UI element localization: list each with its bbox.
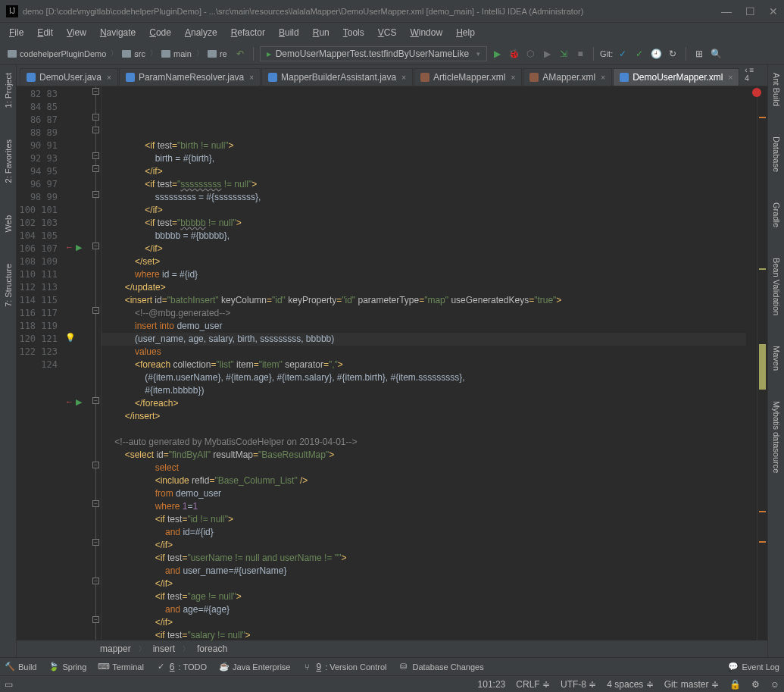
error-stripe[interactable]: [757, 86, 767, 640]
fold-toggle[interactable]: −: [92, 114, 99, 121]
coverage-button[interactable]: ⬡: [523, 47, 537, 61]
close-button[interactable]: ✕: [769, 5, 778, 17]
gutter-arrow-red[interactable]: ←: [65, 243, 73, 252]
vcs-revert-icon[interactable]: ↻: [666, 47, 679, 61]
tool-window-tab[interactable]: 2: Favorites: [2, 135, 14, 187]
gutter-arrow-red[interactable]: ←: [65, 397, 73, 406]
tool-window-button[interactable]: ⌨Terminal: [98, 662, 144, 672]
tool-window-tab[interactable]: Mybatis datasource: [770, 396, 782, 478]
editor-tab[interactable]: MapperBuilderAssistant.java×: [261, 68, 413, 86]
fold-toggle[interactable]: −: [92, 88, 99, 95]
editor-tab[interactable]: DemoUser.java×: [20, 68, 118, 86]
menu-window[interactable]: Window: [404, 25, 448, 40]
menu-build[interactable]: Build: [273, 25, 305, 40]
debug-button[interactable]: 🐞: [507, 47, 520, 61]
profile-button[interactable]: ▶: [540, 47, 554, 61]
tool-window-button[interactable]: ☕Java Enterprise: [219, 662, 290, 672]
caret-position[interactable]: 101:23: [478, 679, 506, 690]
code-editor[interactable]: <if test="birth != null"> birth = #{birt…: [102, 86, 757, 640]
tool-window-button[interactable]: ⛁Database Changes: [398, 662, 483, 672]
fold-toggle[interactable]: −: [92, 462, 99, 468]
fold-toggle[interactable]: −: [92, 191, 99, 198]
maximize-button[interactable]: ☐: [745, 5, 755, 17]
menu-refactor[interactable]: Refactor: [225, 25, 271, 40]
breadcrumb-node[interactable]: foreach: [197, 643, 227, 654]
gutter-bulb[interactable]: 💡: [65, 333, 76, 343]
ide-settings-icon[interactable]: ⊞: [692, 47, 706, 61]
fold-toggle[interactable]: −: [92, 578, 99, 584]
notifications-icon[interactable]: ☺: [770, 679, 779, 690]
tab-close-icon[interactable]: ×: [249, 74, 254, 82]
menu-analyze[interactable]: Analyze: [179, 25, 223, 40]
tool-window-button[interactable]: 🔨Build: [5, 662, 36, 672]
tool-window-button[interactable]: ✓6: TODO: [156, 662, 207, 672]
fold-toggle[interactable]: −: [92, 500, 99, 507]
tool-window-tab[interactable]: Gradle: [770, 198, 782, 232]
tab-close-icon[interactable]: ×: [511, 74, 515, 82]
stop-button[interactable]: ■: [573, 47, 587, 61]
indent-setting[interactable]: 4 spaces ≑: [607, 679, 653, 690]
menu-view[interactable]: View: [61, 25, 92, 40]
menu-navigate[interactable]: Navigate: [94, 25, 142, 40]
run-config-selector[interactable]: ▸ DemoUserMapperTest.testfindByUserNameL…: [260, 46, 487, 61]
gutter-tri-green[interactable]: ▶: [76, 397, 82, 407]
breadcrumb-node[interactable]: insert: [153, 643, 175, 654]
fold-toggle[interactable]: −: [92, 165, 99, 172]
readonly-lock-icon[interactable]: 🔒: [729, 679, 741, 690]
fold-toggle[interactable]: −: [92, 152, 99, 159]
tabs-overflow[interactable]: ‹ ≡ 4: [740, 65, 764, 86]
editor-tab[interactable]: DemoUserMapper.xml×: [613, 68, 739, 86]
editor-tab[interactable]: ArticleMapper.xml×: [414, 68, 522, 86]
tool-window-tab[interactable]: Maven: [770, 341, 782, 375]
gutter-tri-green[interactable]: ▶: [76, 243, 82, 252]
tool-window-tab[interactable]: Database: [770, 132, 782, 177]
breadcrumb-node[interactable]: mapper: [100, 643, 131, 654]
analysis-error-indicator[interactable]: [752, 88, 761, 97]
tool-window-tab[interactable]: 1: Project: [2, 68, 14, 112]
editor-tab[interactable]: ParamNameResolver.java×: [119, 68, 261, 86]
nav-back-icon[interactable]: ↶: [233, 47, 247, 61]
menu-edit[interactable]: Edit: [31, 25, 59, 40]
breadcrumb-item[interactable]: src: [119, 48, 148, 60]
breadcrumb-item[interactable]: codehelperPluginDemo: [5, 48, 109, 60]
memory-indicator[interactable]: ⚙: [751, 679, 760, 690]
menu-help[interactable]: Help: [450, 25, 481, 40]
fold-toggle[interactable]: −: [92, 616, 99, 623]
menu-run[interactable]: Run: [307, 25, 336, 40]
menu-vcs[interactable]: VCS: [372, 25, 403, 40]
tool-window-button[interactable]: ⑂9: Version Control: [302, 662, 386, 672]
editor-tab[interactable]: AMapper.xml×: [523, 68, 612, 86]
line-separator[interactable]: CRLF ≑: [516, 679, 550, 690]
vcs-commit-icon[interactable]: ✓: [633, 47, 646, 61]
tool-window-tab[interactable]: Ant Build: [770, 68, 782, 111]
tool-window-tab[interactable]: Web: [2, 211, 14, 236]
tab-close-icon[interactable]: ×: [601, 74, 605, 82]
tab-close-icon[interactable]: ×: [107, 74, 111, 82]
file-encoding[interactable]: UTF-8 ≑: [561, 679, 596, 690]
search-everywhere-icon[interactable]: 🔍: [709, 47, 723, 61]
tab-close-icon[interactable]: ×: [401, 74, 406, 82]
fold-toggle[interactable]: −: [92, 127, 99, 133]
editor-breadcrumb[interactable]: mapper〉insert〉foreach: [17, 640, 767, 657]
tool-window-tab[interactable]: 7: Structure: [2, 259, 14, 312]
tab-close-icon[interactable]: ×: [729, 74, 733, 82]
vcs-update-icon[interactable]: ✓: [616, 47, 629, 61]
fold-toggle[interactable]: −: [92, 539, 99, 546]
vcs-history-icon[interactable]: 🕘: [649, 47, 663, 61]
run-button[interactable]: ▶: [490, 47, 504, 61]
minimize-button[interactable]: —: [721, 5, 732, 17]
attach-button[interactable]: ⇲: [557, 47, 570, 61]
menu-tools[interactable]: Tools: [337, 25, 370, 40]
event-log-button[interactable]: 💬Event Log: [728, 662, 779, 672]
tool-window-button[interactable]: 🍃Spring: [48, 662, 86, 672]
breadcrumb-item[interactable]: main: [158, 48, 195, 60]
fold-toggle[interactable]: −: [92, 397, 99, 404]
tool-window-tab[interactable]: Bean Validation: [770, 253, 782, 320]
fold-toggle[interactable]: −: [92, 307, 99, 314]
status-icon[interactable]: ▭: [5, 679, 13, 690]
breadcrumb-item[interactable]: re: [205, 48, 230, 60]
fold-toggle[interactable]: −: [92, 243, 99, 249]
git-branch[interactable]: Git: master ≑: [664, 679, 719, 690]
menu-code[interactable]: Code: [143, 25, 177, 40]
menu-file[interactable]: File: [3, 25, 30, 40]
